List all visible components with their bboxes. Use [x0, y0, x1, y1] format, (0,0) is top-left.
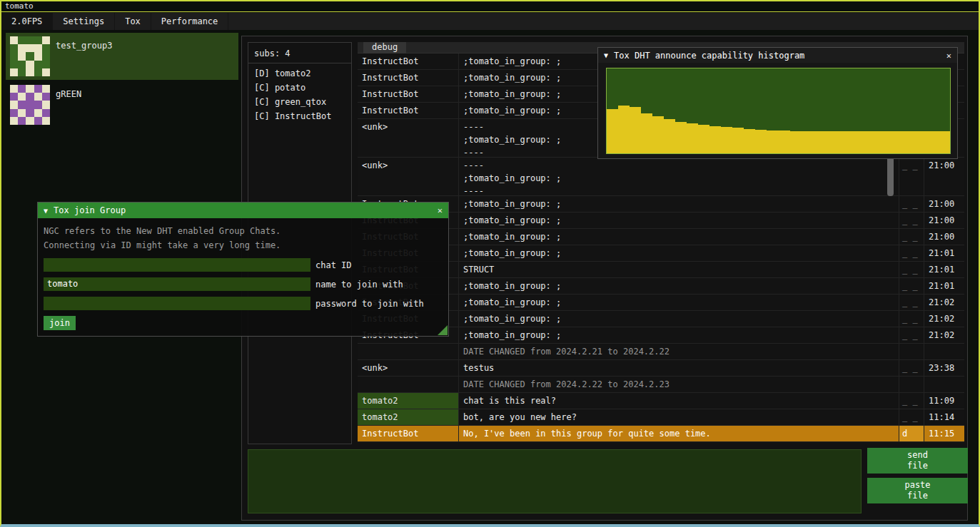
join-help-text-line2: Connecting via ID might take a very long… [44, 238, 443, 252]
sender-name [358, 377, 459, 392]
histogram-bar [675, 122, 687, 153]
join-fields: chat IDtomatoname to join withpassword t… [44, 258, 443, 310]
separator [248, 63, 351, 63]
message-text: ----;tomato_in_group: ;---- [459, 158, 899, 195]
paste-file-label-line1: paste [904, 480, 930, 491]
chat-id-input[interactable] [44, 258, 310, 272]
histogram-bar [641, 113, 652, 153]
histogram-bar [687, 123, 698, 153]
send-file-label-line1: send [907, 450, 928, 461]
message-text: No, I've been in this group for quite so… [459, 426, 899, 441]
join-password-input[interactable] [44, 297, 310, 310]
chat-row[interactable]: tomato2chat is this real?_ _11:09 [358, 393, 964, 409]
histogram-bar [778, 131, 789, 153]
timestamp: 21:01 [924, 262, 964, 277]
status-indicator: _ _ [899, 295, 924, 310]
subs-count-header: subs: 4 [254, 47, 345, 60]
message-text: ;tomato_in_group: ; [459, 295, 899, 310]
dht-histogram-window: ▼ Tox DHT announce capability histogram … [597, 47, 958, 159]
subs-item[interactable]: [C] green_qtox [254, 95, 345, 109]
join-window-titlebar[interactable]: ▼ Tox join Group ✕ [38, 203, 448, 218]
menu-bar: 2.0FPS SettingsToxPerformance [1, 13, 979, 30]
group-avatar [10, 85, 50, 125]
histogram-bar [916, 131, 927, 153]
timestamp: 21:01 [924, 278, 964, 294]
menu-item-settings[interactable]: Settings [53, 13, 115, 30]
chat-row: DATE CHANGED from 2024.2.22 to 2024.2.23 [358, 377, 964, 393]
histogram-bar [630, 107, 641, 153]
chat-row[interactable]: InstructBotNo, I've been in this group f… [358, 426, 964, 442]
message-text: chat is this real? [459, 393, 899, 409]
collapse-arrow-icon[interactable]: ▼ [604, 51, 608, 59]
histogram-bar [904, 131, 916, 153]
group-item-test_group3[interactable]: test_group3 [6, 33, 238, 80]
status-indicator: _ _ [899, 196, 924, 212]
window-title: tomato [5, 1, 34, 11]
chat-row[interactable]: <unk>----;tomato_in_group: ;----_ _21:00 [358, 158, 964, 196]
sender-name: InstructBot [358, 103, 459, 118]
status-indicator: _ _ [899, 158, 924, 195]
chat-row[interactable]: <unk>testus_ _23:38 [358, 360, 964, 377]
send-file-button[interactable]: send file [867, 448, 968, 474]
status-indicator: d [899, 426, 924, 441]
status-indicator: _ _ [899, 213, 924, 228]
timestamp: 11:14 [924, 409, 964, 425]
tab-debug[interactable]: debug [363, 42, 406, 53]
join-name-input[interactable]: tomato [44, 277, 310, 291]
join-field-label: chat ID [315, 260, 352, 270]
chat-row: DATE CHANGED from 2024.2.21 to 2024.2.22 [358, 344, 964, 360]
histogram-bar [744, 129, 755, 154]
menu-item-performance[interactable]: Performance [151, 13, 228, 30]
close-icon[interactable]: ✕ [946, 51, 951, 61]
message-text: ;tomato_in_group: ; [459, 229, 899, 245]
status-indicator: _ _ [899, 393, 924, 409]
subs-item[interactable]: [D] tomato2 [254, 66, 345, 81]
status-indicator: _ _ [899, 245, 924, 261]
message-text: testus [459, 360, 899, 376]
close-icon[interactable]: ✕ [438, 205, 443, 215]
histogram-bar [893, 131, 904, 153]
join-button[interactable]: join [44, 316, 76, 330]
timestamp [924, 344, 964, 359]
histogram-bar [607, 109, 618, 153]
status-indicator: _ _ [899, 262, 924, 277]
sender-name: <unk> [358, 360, 459, 376]
histogram-window-titlebar[interactable]: ▼ Tox DHT announce capability histogram … [598, 48, 957, 63]
message-line: ---- [463, 185, 894, 195]
timestamp: 11:15 [924, 426, 964, 441]
timestamp: 21:00 [924, 158, 964, 195]
resize-grip[interactable] [438, 325, 448, 335]
status-indicator: _ _ [899, 278, 924, 294]
subs-item[interactable]: [C] potato [254, 81, 345, 95]
message-text: ;tomato_in_group: ; [459, 311, 899, 327]
chat-row[interactable]: tomato2bot, are you new here?_ _11:14 [358, 409, 964, 426]
menu-item-tox[interactable]: Tox [115, 13, 151, 30]
histogram-bar [836, 131, 847, 153]
histogram-bar [709, 126, 721, 153]
sender-name: tomato2 [358, 393, 459, 409]
histogram-bar [859, 131, 870, 153]
title-bar[interactable]: tomato [1, 1, 979, 12]
timestamp: 21:00 [924, 213, 964, 228]
sender-name: <unk> [358, 119, 459, 157]
sender-name: tomato2 [358, 409, 459, 425]
timestamp: 23:38 [924, 360, 964, 376]
status-indicator: _ _ [899, 360, 924, 376]
subs-item[interactable]: [C] InstructBot [254, 109, 345, 123]
paste-file-button[interactable]: paste file [867, 478, 968, 503]
histogram-plot [606, 68, 951, 154]
message-input[interactable] [248, 449, 862, 513]
histogram-window-title: Tox DHT announce capability histogram [614, 51, 804, 61]
histogram-bar [824, 131, 836, 153]
group-item-gREEN[interactable]: gREEN [6, 81, 238, 128]
histogram-bar [732, 128, 744, 153]
message-line: ;tomato_in_group: ; [463, 172, 894, 185]
send-file-label-line2: file [907, 461, 928, 471]
histogram-bar [664, 119, 675, 153]
histogram-bar [790, 131, 802, 153]
histogram-bar [802, 131, 813, 153]
status-indicator [899, 377, 924, 392]
collapse-arrow-icon[interactable]: ▼ [44, 207, 48, 215]
sender-name: InstructBot [358, 53, 459, 69]
histogram-bar [847, 131, 859, 153]
